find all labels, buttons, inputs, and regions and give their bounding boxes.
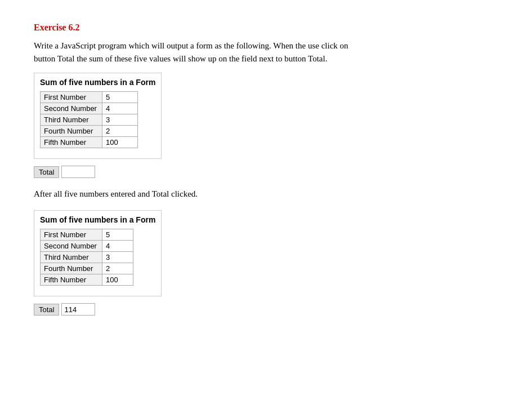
value-cell[interactable] bbox=[102, 92, 138, 103]
description-line2: button Total the sum of these five value… bbox=[34, 54, 327, 63]
table-row: Second Number bbox=[41, 103, 138, 114]
value-cell[interactable] bbox=[102, 114, 138, 126]
value-cell: 4 bbox=[102, 241, 133, 252]
form1-total-button[interactable]: Total bbox=[34, 166, 59, 178]
label-cell: Fifth Number bbox=[41, 137, 102, 148]
number-input[interactable] bbox=[106, 116, 134, 124]
form2-total-row: Total bbox=[34, 303, 498, 316]
number-input[interactable] bbox=[106, 93, 134, 101]
description-line1: Write a JavaScript program which will ou… bbox=[34, 41, 348, 50]
form2-container: Sum of five numbers in a Form First Numb… bbox=[34, 210, 162, 296]
table-row: First Number bbox=[41, 92, 138, 103]
form1-title: Sum of five numbers in a Form bbox=[40, 78, 155, 87]
form1-table: First NumberSecond NumberThird NumberFou… bbox=[40, 91, 138, 148]
label-cell: Third Number bbox=[41, 114, 102, 126]
label-cell: Fourth Number bbox=[41, 126, 102, 137]
form2-title: Sum of five numbers in a Form bbox=[40, 215, 155, 224]
label-cell: First Number bbox=[41, 229, 102, 241]
form1-total-row: Total bbox=[34, 166, 498, 178]
value-cell[interactable] bbox=[102, 137, 138, 148]
number-input[interactable] bbox=[106, 127, 134, 135]
exercise-title: Exercise 6.2 bbox=[34, 23, 498, 33]
number-input[interactable] bbox=[106, 104, 134, 113]
table-row: Fourth Number bbox=[41, 126, 138, 137]
value-cell: 100 bbox=[102, 274, 133, 286]
number-input[interactable] bbox=[106, 138, 134, 146]
table-row: Second Number4 bbox=[41, 241, 133, 252]
form-section-1: Sum of five numbers in a Form First Numb… bbox=[34, 73, 498, 178]
form-section-2: Sum of five numbers in a Form First Numb… bbox=[34, 210, 498, 316]
form2-total-field[interactable] bbox=[61, 303, 95, 316]
description: Write a JavaScript program which will ou… bbox=[34, 39, 498, 65]
label-cell: Fourth Number bbox=[41, 263, 102, 274]
table-row: Third Number bbox=[41, 114, 138, 126]
value-cell: 2 bbox=[102, 263, 133, 274]
label-cell: Third Number bbox=[41, 252, 102, 263]
label-cell: Second Number bbox=[41, 241, 102, 252]
value-cell[interactable] bbox=[102, 103, 138, 114]
label-cell: First Number bbox=[41, 92, 102, 103]
table-row: Fourth Number2 bbox=[41, 263, 133, 274]
value-cell: 3 bbox=[102, 252, 133, 263]
form1-container: Sum of five numbers in a Form First Numb… bbox=[34, 73, 162, 159]
table-row: Fifth Number bbox=[41, 137, 138, 148]
label-cell: Fifth Number bbox=[41, 274, 102, 286]
after-text: After all five numbers entered and Total… bbox=[34, 189, 498, 199]
value-cell[interactable] bbox=[102, 126, 138, 137]
table-row: First Number5 bbox=[41, 229, 133, 241]
form1-total-field[interactable] bbox=[61, 166, 95, 178]
value-cell: 5 bbox=[102, 229, 133, 241]
form2-total-button[interactable]: Total bbox=[34, 304, 59, 316]
label-cell: Second Number bbox=[41, 103, 102, 114]
table-row: Third Number3 bbox=[41, 252, 133, 263]
form2-table: First Number5Second Number4Third Number3… bbox=[40, 229, 133, 286]
table-row: Fifth Number100 bbox=[41, 274, 133, 286]
